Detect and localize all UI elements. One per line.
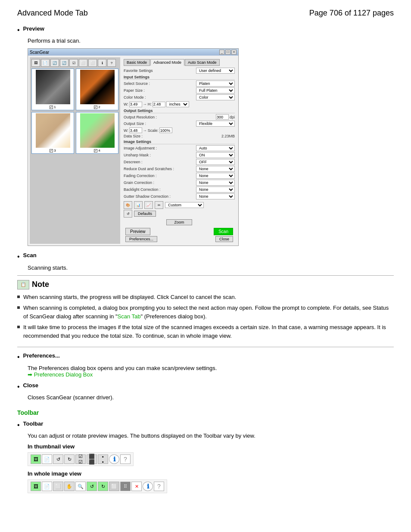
tb-icon-wi-8: ⬜ (109, 482, 119, 491)
image-adjustment-row: Image Adjustment : Auto (124, 145, 235, 151)
defaults-row: ↺ Defaults (124, 210, 235, 218)
sg-close-button[interactable]: Close (215, 236, 233, 242)
tb-icon-info: ℹ (109, 454, 119, 464)
paper-size-row: Paper Size : Full Platen (124, 87, 235, 93)
histogram-btn[interactable]: 📈 (144, 201, 153, 209)
dimensions-row: W: 3.49 → H: 2.48 inches (124, 101, 235, 107)
note-item-1: When scanning starts, the progress will … (17, 293, 394, 302)
thumb-label-3: 3 (33, 149, 73, 152)
thumbnail-view-heading: In thumbnail view (28, 443, 394, 450)
sg-scan-button[interactable]: Scan (214, 228, 233, 235)
tool-btn-7[interactable]: ⬜ (88, 59, 97, 67)
output-size-select[interactable]: Flexible (196, 121, 235, 127)
tb-icon-3: ↺ (53, 454, 63, 464)
tb-icon-wi-2: 📄 (42, 482, 52, 491)
grain-correction-row: Grain Correction : None (124, 180, 235, 186)
width-input[interactable]: 3.49 (129, 102, 142, 107)
tb-icon-wi-4: ✋ (64, 482, 75, 491)
note-item-2: When scanning is completed, a dialog box… (17, 304, 394, 320)
tool-btn-8[interactable]: ℹ (98, 59, 106, 67)
tab-advanced[interactable]: Advanced Mode (150, 59, 184, 66)
minimize-button[interactable]: _ (219, 50, 224, 55)
sg-tabs: Basic Mode Advanced Mode Auto Scan Mode (124, 59, 235, 66)
bullet-point: • (17, 420, 20, 430)
sg-preferences-button[interactable]: Preferences... (125, 236, 157, 242)
fading-correction-select[interactable]: None (196, 173, 235, 179)
tone-btn[interactable]: 📊 (134, 201, 143, 209)
thumb-label-4: 4 (77, 149, 117, 152)
custom-select[interactable]: Custom (165, 202, 204, 208)
output-resolution-input[interactable] (216, 114, 229, 120)
thumb-number-1: 1 (54, 105, 56, 109)
paper-size-select[interactable]: Full Platen (196, 87, 235, 93)
image-adjustment-select[interactable]: Auto (196, 145, 235, 151)
defaults-button[interactable]: Defaults (134, 211, 156, 217)
scan-section: • Scan Scanning starts. (17, 252, 394, 271)
zoom-button[interactable]: Zoom (166, 219, 192, 225)
select-source-select[interactable]: Platen (196, 81, 235, 87)
note-icon: 📋 (17, 280, 29, 289)
tool-btn-3[interactable]: 🔄 (50, 59, 59, 67)
gutter-shadow-select[interactable]: None (196, 193, 235, 199)
tool-btn-9[interactable]: ? (107, 59, 116, 67)
descreen-select[interactable]: OFF (196, 159, 235, 165)
reduce-dust-select[interactable]: None (196, 166, 235, 172)
backlight-correction-label: Backlight Correction : (124, 187, 161, 192)
thumbnail-toolbar: 🖼 📄 ↺ ↻ ☑☑ ⬛⬛ ▪▪ ℹ ? (28, 452, 134, 466)
thumb-checkbox-2[interactable] (94, 106, 97, 109)
note-text-3: It will take time to process the images … (23, 323, 394, 340)
tool-btn-1[interactable]: 🖼 (31, 59, 40, 67)
scangear-body: 🖼 📄 🔄 🔄 ☑ ⬜ ⬜ ℹ ? 1 (28, 56, 238, 246)
tool-btn-5[interactable]: ☑ (69, 59, 78, 67)
gutter-shadow-label: Gutter Shadow Correction : (124, 194, 171, 199)
whole-image-toolbar: 🖼 📄 ⬜ ✋ 🔍 ↺ ↻ ⬜ ⠿ ✕ ℹ ? (28, 479, 167, 493)
bullet-point: • (17, 352, 20, 362)
grain-correction-select[interactable]: None (196, 180, 235, 186)
reset-btn[interactable]: ↺ (124, 210, 132, 218)
favorite-settings-select[interactable]: User defined (196, 68, 235, 74)
tab-basic[interactable]: Basic Mode (124, 59, 150, 66)
scale-input[interactable] (159, 128, 172, 133)
thumb-checkbox-1[interactable] (50, 106, 53, 109)
unsharp-mask-select[interactable]: ON (196, 152, 235, 158)
scangear-titlebar: ScanGear _ □ × (28, 49, 238, 56)
scan-tab-link[interactable]: Scan Tab (118, 313, 141, 320)
preview-section: • Preview Performs a trial scan. ScanGea… (17, 25, 394, 246)
thumbnail-2: 2 (76, 68, 118, 110)
tb-icon-wi-info: ℹ (143, 482, 153, 491)
color-adjust-btn[interactable]: 🎨 (124, 201, 132, 209)
tool-btn-4[interactable]: 🔄 (60, 59, 68, 67)
close-window-button[interactable]: × (231, 50, 237, 55)
height-input[interactable]: 2.48 (153, 102, 165, 107)
grain-correction-label: Grain Correction : (124, 180, 154, 185)
tab-auto[interactable]: Auto Scan Mode (185, 59, 220, 66)
thumb-number-3: 3 (54, 149, 56, 152)
note-section: 📋 Note When scanning starts, the progres… (17, 275, 394, 348)
sg-preview-button[interactable]: Preview (125, 228, 150, 235)
restore-button[interactable]: □ (225, 50, 230, 55)
backlight-correction-select[interactable]: None (196, 187, 235, 193)
zoom-row: Zoom (124, 219, 235, 225)
descreen-row: Descreen : OFF (124, 159, 235, 165)
thumb-checkbox-3[interactable] (50, 149, 53, 152)
tb-icon-2: 📄 (42, 454, 52, 464)
output-resolution-row: Output Resolution : dpi (124, 114, 235, 120)
tb-icon-7: ▪▪ (98, 454, 108, 464)
toolbar-description: You can adjust or rotate preview images.… (28, 432, 394, 439)
whole-image-view-heading: In whole image view (28, 470, 394, 477)
data-size-value: 2.23MB (221, 134, 235, 138)
page-header: Advanced Mode Tab Page 706 of 1127 pages (17, 9, 394, 18)
unit-select[interactable]: inches (166, 101, 189, 107)
thumb-checkbox-4[interactable] (94, 149, 97, 152)
tool-btn-6[interactable]: ⬜ (79, 59, 87, 67)
thumb-img-3 (36, 113, 70, 148)
scan-label: Scan (23, 252, 37, 258)
paper-size-label: Paper Size : (124, 88, 145, 93)
output-width-input[interactable] (129, 128, 142, 133)
custom-btn[interactable]: ✏ (155, 201, 163, 209)
resolution-unit: dpi (230, 115, 235, 119)
color-mode-select[interactable]: Color (196, 94, 235, 100)
preferences-label: Preferences... (23, 352, 60, 359)
preferences-dialog-link[interactable]: Preferences Dialog Box (34, 371, 93, 378)
tool-btn-2[interactable]: 📄 (41, 59, 50, 67)
